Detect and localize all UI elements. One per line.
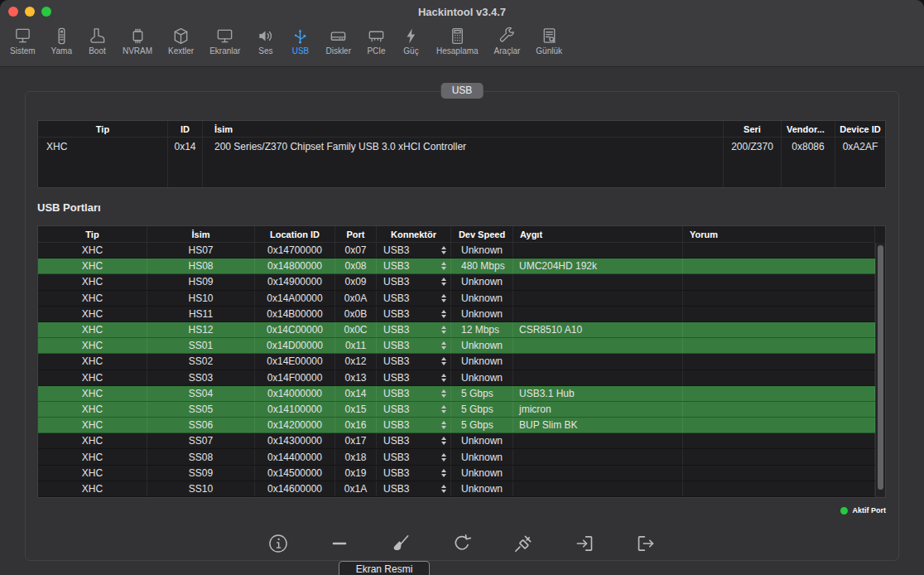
toolbar-item-log[interactable]: Günlük xyxy=(533,26,565,56)
ports-column-header[interactable]: Location ID xyxy=(255,226,335,242)
toolbar-item-system[interactable]: Sistem xyxy=(7,26,38,56)
controller-column-header[interactable]: Device ID xyxy=(835,121,885,137)
controller-column-header[interactable]: Tip xyxy=(38,121,168,137)
connector-select[interactable]: USB3 xyxy=(377,259,451,273)
port-row-hs10[interactable]: XHCHS100x14A000000x0AUSB3Unknown xyxy=(38,291,875,307)
toolbar-item-nvram[interactable]: NVRAM xyxy=(120,26,155,56)
toolbar-item-kexts[interactable]: Kextler xyxy=(166,26,196,56)
port-cell-device: USB3.1 Hub xyxy=(513,386,683,401)
toolbar-item-power[interactable]: Güç xyxy=(399,26,423,56)
connector-select[interactable]: USB3 xyxy=(377,466,451,481)
boot-icon xyxy=(88,27,107,46)
connector-select[interactable]: USB3 xyxy=(377,402,451,417)
toolbar-item-label: Araçlar xyxy=(494,46,521,56)
port-cell-device xyxy=(513,433,683,448)
port-cell-name: SS03 xyxy=(147,370,255,385)
controller-column-header[interactable]: İsim xyxy=(203,121,724,137)
ports-column-header[interactable]: Port xyxy=(335,226,377,242)
connector-select[interactable]: USB3 xyxy=(377,322,451,337)
controller-column-header[interactable]: ID xyxy=(168,121,203,137)
toolbar-item-calc[interactable]: Hesaplama xyxy=(434,26,481,56)
controller-column-header[interactable]: Vendor... xyxy=(782,121,835,137)
port-row-hs09[interactable]: XHCHS090x149000000x09USB3Unknown xyxy=(38,274,875,290)
toolbar-item-tools[interactable]: Araçlar xyxy=(492,26,523,56)
port-row-ss02[interactable]: XHCSS020x14E000000x12USB3Unknown xyxy=(38,354,875,370)
port-cell-comment xyxy=(683,243,875,258)
port-cell-tip: XHC xyxy=(38,291,147,306)
toolbar-item-label: Ses xyxy=(258,46,272,56)
clean-button[interactable] xyxy=(390,533,411,554)
inject-button[interactable] xyxy=(513,533,534,554)
stepper-icon xyxy=(441,421,446,429)
controller-column-header[interactable]: Seri xyxy=(724,121,782,137)
port-cell-port: 0x0A xyxy=(335,291,377,306)
zoom-button[interactable] xyxy=(41,7,51,17)
connector-select[interactable]: USB3 xyxy=(377,291,451,306)
connector-select[interactable]: USB3 xyxy=(377,338,451,353)
export-button[interactable] xyxy=(574,533,595,554)
port-cell-location: 0x14500000 xyxy=(255,466,335,481)
import-button[interactable] xyxy=(635,533,657,554)
port-row-ss05[interactable]: XHCSS050x141000000x15USB35 Gbpsjmicron xyxy=(38,402,875,418)
ports-column-header[interactable]: Konnektör xyxy=(377,226,451,242)
port-row-hs12[interactable]: XHCHS120x14C000000x0CUSB312 MbpsCSR8510 … xyxy=(38,322,875,338)
port-row-ss10[interactable]: XHCSS100x146000000x1AUSB3Unknown xyxy=(38,481,875,497)
ports-column-header[interactable]: Dev Speed xyxy=(451,226,513,242)
ports-section-title: USB Portları xyxy=(37,201,101,214)
toolbar-item-boot[interactable]: Boot xyxy=(85,26,109,56)
port-row-ss08[interactable]: XHCSS080x144000000x18USB3Unknown xyxy=(38,449,875,465)
stepper-icon xyxy=(441,262,446,270)
toolbar-item-label: PCIe xyxy=(367,46,385,56)
port-row-ss09[interactable]: XHCSS090x145000000x19USB3Unknown xyxy=(38,466,875,481)
port-row-ss03[interactable]: XHCSS030x14F000000x13USB3Unknown xyxy=(38,370,875,386)
clean-icon xyxy=(390,533,411,554)
connector-select[interactable]: USB3 xyxy=(377,418,451,432)
tools-icon xyxy=(498,27,517,46)
toolbar-item-usb[interactable]: USB xyxy=(288,26,312,56)
port-row-hs08[interactable]: XHCHS080x148000000x08USB3480 MbpsUMC204H… xyxy=(38,259,875,274)
connector-select[interactable]: USB3 xyxy=(377,307,451,321)
connector-select[interactable]: USB3 xyxy=(377,449,451,464)
connector-select[interactable]: USB3 xyxy=(377,386,451,401)
port-row-hs07[interactable]: XHCHS070x147000000x07USB3Unknown xyxy=(38,243,875,259)
info-button[interactable] xyxy=(267,533,289,554)
ports-column-header[interactable]: Tip xyxy=(38,226,147,242)
port-cell-speed: 5 Gbps xyxy=(451,402,513,417)
toolbar-item-displays[interactable]: Ekranlar xyxy=(207,26,243,56)
ports-table: TipİsimLocation IDPortKonnektörDev Speed… xyxy=(37,225,886,498)
vertical-scrollbar[interactable] xyxy=(875,243,885,497)
toolbar-item-sound[interactable]: Ses xyxy=(253,26,277,56)
port-cell-tip: XHC xyxy=(38,386,147,401)
screenshot-button[interactable]: Ekran Resmi xyxy=(339,561,430,575)
connector-select[interactable]: USB3 xyxy=(377,481,451,496)
toolbar-item-patch[interactable]: Yama xyxy=(49,26,75,56)
toolbar-item-disks[interactable]: Diskler xyxy=(323,26,354,56)
ports-column-header[interactable]: Aygıt xyxy=(513,226,683,242)
toolbar-item-label: Yama xyxy=(51,46,72,56)
port-cell-device xyxy=(513,354,683,369)
port-row-ss04[interactable]: XHCSS040x140000000x14USB35 GbpsUSB3.1 Hu… xyxy=(38,386,875,402)
connector-select[interactable]: USB3 xyxy=(377,274,451,289)
stepper-icon xyxy=(441,405,446,413)
connector-select[interactable]: USB3 xyxy=(377,243,451,258)
controller-cell: 0x14 xyxy=(168,138,203,156)
port-row-ss01[interactable]: XHCSS010x14D000000x11USB3Unknown xyxy=(38,338,875,354)
port-row-hs11[interactable]: XHCHS110x14B000000x0BUSB3Unknown xyxy=(38,307,875,322)
active-port-legend: Aktif Port xyxy=(840,506,887,515)
connector-select[interactable]: USB3 xyxy=(377,354,451,369)
connector-select[interactable]: USB3 xyxy=(377,370,451,385)
toolbar-item-pcie[interactable]: PCIe xyxy=(364,26,388,56)
empty-cell xyxy=(835,156,885,187)
ports-column-header[interactable]: İsim xyxy=(147,226,255,242)
minimize-button[interactable] xyxy=(25,7,35,17)
controller-row[interactable]: XHC0x14200 Series/Z370 Chipset Family US… xyxy=(38,138,885,156)
tab-usb[interactable]: USB xyxy=(441,83,484,99)
scrollbar-thumb[interactable] xyxy=(878,245,883,490)
connector-select[interactable]: USB3 xyxy=(377,433,451,448)
close-button[interactable] xyxy=(8,7,18,17)
port-row-ss07[interactable]: XHCSS070x143000000x17USB3Unknown xyxy=(38,433,875,449)
ports-column-header[interactable]: Yorum xyxy=(683,226,875,242)
remove-button[interactable] xyxy=(329,533,350,554)
refresh-button[interactable] xyxy=(451,533,473,554)
port-row-ss06[interactable]: XHCSS060x142000000x16USB35 GbpsBUP Slim … xyxy=(38,418,875,433)
